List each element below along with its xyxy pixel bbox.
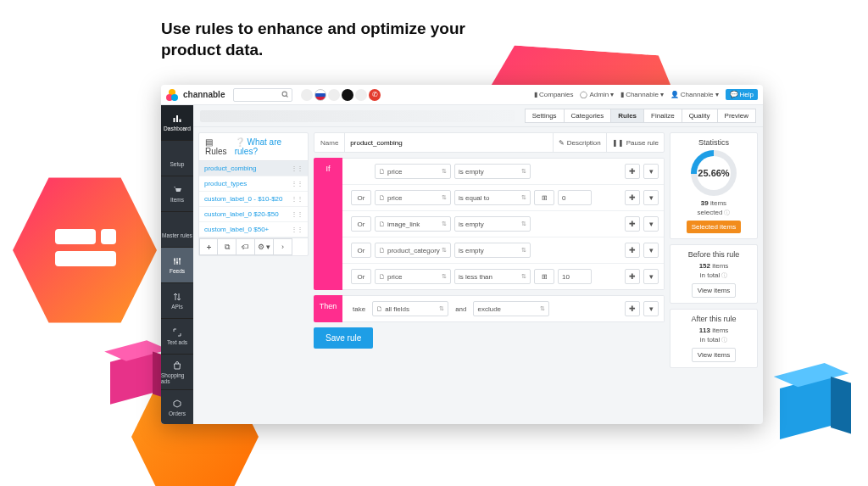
info-icon: ⓘ <box>724 209 730 215</box>
sidebar-item-shopping[interactable]: Shopping ads <box>161 355 193 390</box>
value-input[interactable]: 0 <box>558 190 592 205</box>
nav-admin[interactable]: ◯ Admin ▾ <box>580 91 614 98</box>
field-select[interactable]: 🗋product_category⇅ <box>375 243 451 258</box>
rule-item[interactable]: custom_label_0 $50+⋮⋮ <box>199 222 308 237</box>
action-select[interactable]: exclude⇅ <box>473 301 549 316</box>
nav-project[interactable]: ▮ Channable ▾ <box>620 91 664 98</box>
operator-select[interactable]: is empty⇅ <box>454 243 531 258</box>
sidebar-item-master-rules[interactable]: Master rules <box>161 212 193 248</box>
channel-circles[interactable]: ✆ <box>301 89 381 101</box>
add-rule-button[interactable]: ＋ <box>199 238 218 255</box>
rule-drag-icon[interactable]: ⋮⋮ <box>291 210 303 218</box>
sidebar-item-feeds[interactable]: Feeds <box>161 248 193 283</box>
rule-item[interactable]: product_types⋮⋮ <box>199 176 308 192</box>
op-label: is less than <box>459 273 492 281</box>
condition-menu-button[interactable]: ▾ <box>643 269 659 284</box>
condition-menu-button[interactable]: ▾ <box>643 190 659 205</box>
view-before-items-button[interactable]: View items <box>692 283 737 298</box>
sidebar-label: Shopping ads <box>161 372 193 384</box>
add-condition-button[interactable]: ✚ <box>625 190 640 205</box>
tag-rule-button[interactable]: 🏷 <box>236 238 255 255</box>
after-rule-panel: After this rule 113 items in totalⓘ View… <box>670 309 758 368</box>
sidebar-item-textads[interactable]: Text ads <box>161 319 193 355</box>
save-rule-button[interactable]: Save rule <box>314 327 373 349</box>
field-label: product_category <box>387 247 440 254</box>
field-label: price <box>387 168 402 176</box>
copy-rule-button[interactable]: ⧉ <box>218 238 236 255</box>
operator-select[interactable]: is equal to⇅ <box>454 190 531 205</box>
step-settings[interactable]: Settings <box>525 109 565 123</box>
value-type-button[interactable]: ⊞ <box>534 190 554 205</box>
help-button[interactable]: 💬 Help <box>726 89 758 100</box>
add-condition-button[interactable]: ✚ <box>625 216 640 232</box>
sidebar-item-items[interactable]: Items <box>161 176 193 212</box>
step-quality[interactable]: Quality <box>682 109 718 123</box>
rule-drag-icon[interactable]: ⋮⋮ <box>291 195 303 203</box>
field-label: price <box>387 273 402 281</box>
before-title: Before this rule <box>676 250 752 259</box>
value-input[interactable]: 10 <box>558 269 592 284</box>
sidebar-item-orders[interactable]: Orders <box>161 390 193 424</box>
download-icon <box>172 149 182 159</box>
description-button[interactable]: ✎ Description <box>553 133 606 152</box>
what-are-rules-link[interactable]: ❔ What are rules? <box>235 137 302 156</box>
operator-select[interactable]: is empty⇅ <box>454 164 531 179</box>
step-rules[interactable]: Rules <box>610 109 644 123</box>
field-select[interactable]: 🗋price⇅ <box>375 164 451 179</box>
condition-menu-button[interactable]: ▾ <box>643 216 659 232</box>
step-categories[interactable]: Categories <box>564 109 612 123</box>
condition-menu-button[interactable]: ▾ <box>643 243 659 258</box>
or-chip[interactable]: Or <box>351 269 371 284</box>
rule-next-button[interactable]: › <box>274 238 292 255</box>
items-word: items <box>710 199 726 207</box>
rule-settings-button[interactable]: ⚙ ▾ <box>255 238 274 255</box>
search-input[interactable] <box>233 88 292 102</box>
name-label: Name <box>314 133 345 152</box>
sidebar-label: Dashboard <box>164 126 191 131</box>
and-label: and <box>455 305 466 313</box>
sidebar-item-apis[interactable]: APIs <box>161 283 193 319</box>
app-window: channable ✆ ▮ Companies ◯ Admin ▾ ▮ Chan… <box>161 85 763 424</box>
scope-select[interactable]: 🗋all fields⇅ <box>372 301 448 316</box>
rule-drag-icon[interactable]: ⋮⋮ <box>291 180 303 187</box>
rule-drag-icon[interactable]: ⋮⋮ <box>291 165 303 172</box>
field-select[interactable]: 🗋image_link⇅ <box>375 216 451 232</box>
statistics-panel: Statistics 25.66% 39 items selectedⓘ Sel… <box>670 132 758 239</box>
help-label: Help <box>740 91 754 98</box>
field-select[interactable]: 🗋price⇅ <box>375 269 451 284</box>
step-preview[interactable]: Preview <box>717 109 756 123</box>
rule-item[interactable]: custom_label_0 - $10-$20⋮⋮ <box>199 192 308 207</box>
rule-name-input[interactable] <box>345 133 552 152</box>
rule-item[interactable]: custom_label_0 $20-$50⋮⋮ <box>199 207 308 222</box>
operator-select[interactable]: is less than⇅ <box>454 269 531 284</box>
condition-menu-button[interactable]: ▾ <box>643 164 659 179</box>
svg-line-1 <box>287 96 288 98</box>
sidebar-item-dashboard[interactable]: Dashboard <box>161 105 193 141</box>
operator-select[interactable]: is empty⇅ <box>454 216 531 232</box>
before-rule-panel: Before this rule 152 items in totalⓘ Vie… <box>670 244 758 304</box>
or-chip[interactable]: Or <box>351 243 371 258</box>
add-condition-button[interactable]: ✚ <box>625 269 640 284</box>
view-after-items-button[interactable]: View items <box>692 348 737 362</box>
add-condition-button[interactable]: ✚ <box>625 243 640 258</box>
action-label: exclude <box>477 305 501 313</box>
field-select[interactable]: 🗋price⇅ <box>375 190 451 205</box>
value-label: 0 <box>562 194 565 202</box>
rule-item-label: custom_label_0 $20-$50 <box>204 210 279 218</box>
nav-companies[interactable]: ▮ Companies <box>534 91 573 98</box>
rule-drag-icon[interactable]: ⋮⋮ <box>291 226 303 233</box>
sidebar-item-setup[interactable]: Setup <box>161 141 193 176</box>
rule-item[interactable]: product_combing⋮⋮ <box>199 161 308 176</box>
pause-rule-button[interactable]: ❚❚ Pause rule <box>606 133 664 152</box>
or-chip[interactable]: Or <box>351 190 371 205</box>
value-type-button[interactable]: ⊞ <box>534 269 554 284</box>
selected-items-button[interactable]: Selected items <box>687 221 741 233</box>
then-tag: Then <box>314 295 342 322</box>
info-icon: ⓘ <box>721 272 727 278</box>
add-action-button[interactable]: ✚ <box>625 301 640 316</box>
nav-user[interactable]: 👤 Channable ▾ <box>670 91 719 98</box>
action-menu-button[interactable]: ▾ <box>643 301 659 316</box>
or-chip[interactable]: Or <box>351 216 371 232</box>
add-condition-button[interactable]: ✚ <box>625 164 640 179</box>
step-finalize[interactable]: Finalize <box>643 109 682 123</box>
